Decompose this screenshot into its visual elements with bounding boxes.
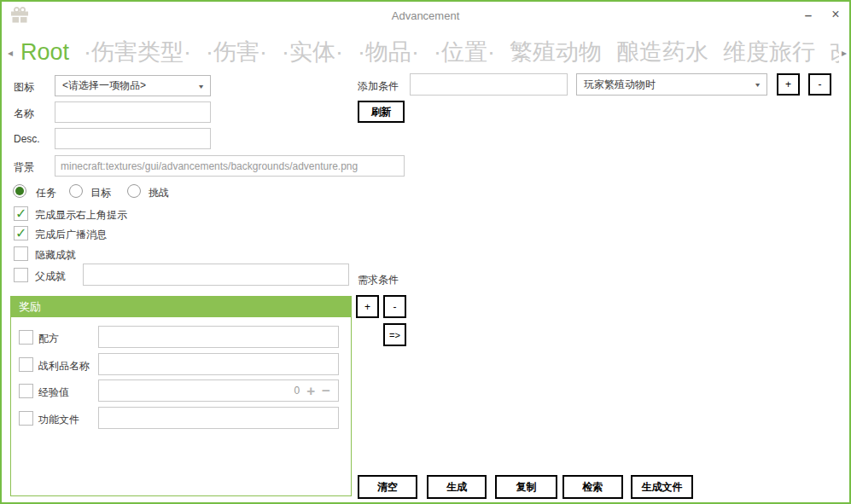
search-button[interactable]: 检索: [562, 475, 623, 499]
tab-entity[interactable]: ·实体·: [282, 37, 343, 67]
xp-label: 经验值: [38, 385, 69, 400]
function-input[interactable]: [98, 407, 339, 429]
checkbox-recipe[interactable]: [19, 330, 33, 345]
add-condition-label: 添加条件: [358, 79, 399, 94]
checkbox-parent[interactable]: [14, 268, 28, 282]
loot-input[interactable]: [98, 353, 339, 375]
decrement-icon[interactable]: −: [322, 384, 330, 398]
desc-label: Desc.: [14, 133, 40, 145]
radio-goal-label: 目标: [90, 186, 111, 200]
background-label: 背景: [14, 160, 34, 175]
generate-button[interactable]: 生成: [427, 475, 487, 499]
tab-location[interactable]: ·位置·: [434, 37, 495, 67]
background-input[interactable]: [55, 155, 405, 177]
requirement-remove-button[interactable]: -: [383, 295, 406, 318]
checkbox-parent-label: 父成就: [35, 269, 66, 284]
checkbox-hidden-label: 隐藏成就: [35, 248, 76, 263]
radio-task-label: 任务: [36, 186, 56, 200]
increment-icon[interactable]: +: [306, 384, 315, 398]
icon-select[interactable]: <请选择一项物品> ▼: [55, 75, 211, 96]
checkbox-hidden[interactable]: [14, 246, 28, 261]
xp-stepper[interactable]: 0 + −: [98, 379, 339, 402]
clear-button[interactable]: 清空: [358, 475, 417, 499]
name-input[interactable]: [55, 101, 211, 123]
checkbox-show-toast[interactable]: [14, 206, 28, 221]
checkbox-show-toast-label: 完成显示右上角提示: [35, 208, 127, 223]
close-button[interactable]: ×: [826, 4, 845, 25]
icon-select-value: <请选择一项物品>: [62, 78, 146, 93]
tab-item[interactable]: ·物品·: [358, 37, 419, 67]
radio-task[interactable]: [13, 184, 26, 198]
add-condition-button[interactable]: +: [777, 73, 800, 96]
checkbox-announce-chat[interactable]: [14, 226, 28, 240]
copy-button[interactable]: 复制: [495, 475, 557, 499]
app-window: Advancement – × ◂ Root ·伤害类型· ·伤害· ·实体· …: [0, 0, 851, 504]
dropdown-arrow-icon: ▼: [197, 83, 205, 89]
remove-condition-button[interactable]: -: [808, 73, 831, 96]
tab-damage[interactable]: ·伤害·: [206, 37, 267, 67]
condition-name-input[interactable]: [410, 73, 568, 96]
trigger-select[interactable]: 玩家繁殖动物时 ▼: [576, 73, 767, 96]
tabs-scroll-left-icon[interactable]: ◂: [8, 47, 13, 59]
xp-value: 0: [294, 385, 300, 397]
desc-input[interactable]: [55, 128, 211, 149]
trigger-select-value: 玩家繁殖动物时: [584, 78, 656, 92]
tab-root[interactable]: Root: [20, 39, 69, 66]
tab-dimension-travel[interactable]: 维度旅行: [723, 37, 815, 67]
tab-damage-type[interactable]: ·伤害类型·: [84, 37, 191, 67]
tabs-scroll-right-icon[interactable]: ▸: [842, 47, 847, 59]
rewards-header: 奖励: [11, 297, 351, 317]
window-title: Advancement: [2, 9, 849, 22]
tab-breed-animals[interactable]: 繁殖动物: [510, 37, 602, 67]
parent-input[interactable]: [83, 264, 349, 286]
tab-brew-potion[interactable]: 酿造药水: [616, 37, 708, 67]
tab-bar: Root ·伤害类型· ·伤害· ·实体· ·物品· ·位置· 繁殖动物 酿造药…: [20, 33, 839, 71]
requirement-add-button[interactable]: +: [356, 295, 379, 318]
generate-file-button[interactable]: 生成文件: [631, 475, 693, 499]
loot-label: 战利品名称: [38, 359, 90, 374]
radio-challenge[interactable]: [127, 184, 141, 198]
checkbox-announce-chat-label: 完成后广播消息: [35, 228, 107, 242]
tab-change-info[interactable]: 改变信: [830, 37, 839, 67]
checkbox-xp[interactable]: [19, 384, 33, 398]
recipe-label: 配方: [38, 332, 59, 346]
checkbox-loot[interactable]: [19, 357, 33, 372]
requirement-merge-button[interactable]: =>: [383, 323, 406, 346]
dropdown-arrow-icon: ▼: [754, 82, 761, 88]
icon-label: 图标: [14, 80, 34, 95]
refresh-button[interactable]: 刷新: [358, 101, 405, 123]
minimize-button[interactable]: –: [799, 4, 818, 25]
recipe-input[interactable]: [98, 326, 339, 348]
name-label: 名称: [14, 107, 34, 121]
requirements-label: 需求条件: [358, 273, 399, 287]
checkbox-function[interactable]: [19, 411, 33, 426]
radio-goal[interactable]: [69, 184, 83, 198]
function-label: 功能文件: [38, 413, 79, 427]
radio-challenge-label: 挑战: [149, 186, 169, 200]
